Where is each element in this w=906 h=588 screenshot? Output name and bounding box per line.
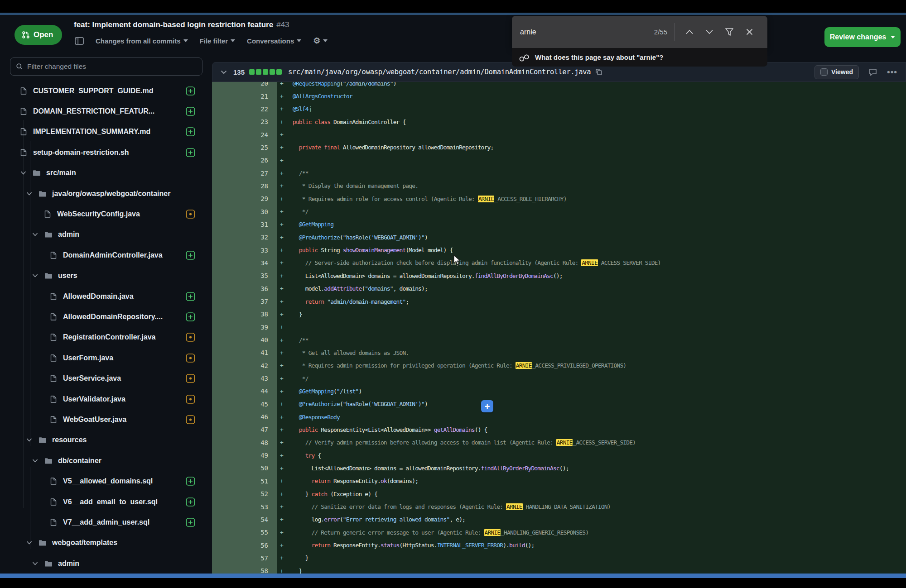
line-number[interactable]: 33 (212, 247, 277, 254)
code-text: model.addAttribute("domains", domains); (289, 285, 428, 292)
tree-folder-admin[interactable]: admin (0, 225, 212, 245)
chevron-down-icon[interactable] (26, 191, 32, 196)
tree-item-label: admin (58, 230, 79, 239)
tree-folder-resources[interactable]: resources (0, 430, 212, 450)
tree-folder-admin[interactable]: admin (0, 553, 212, 574)
tree-file-registrationcontroller-java[interactable]: RegistrationController.java (0, 327, 212, 348)
line-number[interactable]: 30 (212, 208, 277, 215)
find-query-input[interactable]: arnie (520, 28, 654, 36)
diff-settings-gear[interactable]: ⚙ (313, 36, 328, 46)
addition-marker: + (277, 491, 289, 497)
line-number[interactable]: 44 (212, 387, 277, 395)
viewed-checkbox[interactable] (820, 68, 828, 76)
line-number[interactable]: 54 (212, 516, 277, 523)
line-number[interactable]: 45 (212, 401, 277, 408)
line-number[interactable]: 35 (212, 272, 277, 279)
tree-folder-webgoat-templates[interactable]: webgoat/templates (0, 533, 212, 553)
commits-range-dropdown[interactable]: Changes from all commits (96, 37, 188, 45)
line-number[interactable]: 25 (212, 144, 277, 151)
tree-folder-db-container[interactable]: db/container (0, 450, 212, 471)
tree-file-uservalidator-java[interactable]: UserValidator.java (0, 389, 212, 409)
tree-folder-users[interactable]: users (0, 266, 212, 286)
line-number[interactable]: 57 (212, 555, 277, 562)
line-number[interactable]: 23 (212, 118, 277, 125)
line-number[interactable]: 36 (212, 285, 277, 292)
line-number[interactable]: 24 (212, 131, 277, 139)
line-number[interactable]: 29 (212, 195, 277, 202)
line-number[interactable]: 32 (212, 234, 277, 241)
line-number[interactable]: 52 (212, 490, 277, 497)
line-number[interactable]: 53 (212, 503, 277, 511)
tree-file-customer-support-guide-md[interactable]: CUSTOMER_SUPPORT_GUIDE.md (0, 81, 212, 101)
line-number[interactable]: 51 (212, 478, 277, 485)
chevron-down-icon[interactable] (32, 459, 38, 463)
line-number[interactable]: 43 (212, 375, 277, 382)
code-text: List<AllowedDomain> domains = allowedDom… (289, 465, 569, 472)
collapse-file-chevron-icon[interactable] (221, 70, 227, 74)
review-changes-button[interactable]: Review changes (824, 27, 901, 47)
line-number[interactable]: 28 (212, 182, 277, 190)
line-number[interactable]: 39 (212, 324, 277, 331)
line-number[interactable]: 20 (212, 82, 277, 87)
line-number[interactable]: 50 (212, 464, 277, 472)
tree-file-alloweddomainrepository-[interactable]: AllowedDomainRepository.... (0, 306, 212, 327)
line-number[interactable]: 40 (212, 336, 277, 344)
chevron-down-icon[interactable] (20, 171, 26, 175)
addition-marker: + (277, 349, 289, 356)
file-filter-input[interactable]: Filter changed files (10, 57, 202, 76)
find-next-button[interactable] (699, 29, 719, 34)
tree-file-webgoatuser-java[interactable]: WebGoatUser.java (0, 409, 212, 430)
file-filter-dropdown[interactable]: File filter (200, 37, 236, 45)
tree-item-label: AllowedDomain.java (63, 292, 134, 301)
viewed-toggle[interactable]: Viewed (814, 65, 859, 79)
tree-file-v7-add-admin-user-sql[interactable]: V7__add_admin_user.sql (0, 512, 212, 532)
divider (675, 23, 675, 41)
copy-path-icon[interactable] (595, 68, 602, 76)
line-number[interactable]: 55 (212, 529, 277, 536)
line-number[interactable]: 47 (212, 426, 277, 433)
line-number[interactable]: 49 (212, 452, 277, 459)
chevron-down-icon[interactable] (32, 233, 38, 237)
tree-folder-java-org-owasp-webgoat-container[interactable]: java/org/owasp/webgoat/container (0, 183, 212, 204)
tree-file-setup-domain-restriction-sh[interactable]: setup-domain-restriction.sh (0, 142, 212, 163)
sidebar-toggle-icon[interactable] (75, 37, 84, 45)
chevron-down-icon[interactable] (26, 438, 32, 442)
chevron-down-icon[interactable] (32, 274, 38, 278)
tree-file-websecurityconfig-java[interactable]: WebSecurityConfig.java (0, 204, 212, 224)
tree-file-implementation-summary-md[interactable]: IMPLEMENTATION_SUMMARY.md (0, 122, 212, 142)
tree-folder-src-main[interactable]: src/main (0, 163, 212, 183)
tree-file-domainadmincontroller-java[interactable]: DomainAdminController.java (0, 245, 212, 265)
tree-file-v5-allowed-domains-sql[interactable]: V5__allowed_domains.sql (0, 471, 212, 492)
find-close-button[interactable] (739, 29, 759, 35)
line-number[interactable]: 31 (212, 221, 277, 228)
tree-file-userform-java[interactable]: UserForm.java (0, 348, 212, 368)
line-number[interactable]: 27 (212, 170, 277, 177)
tree-file-v6-add-email-to-user-sql[interactable]: V6__add_email_to_user.sql (0, 492, 212, 512)
line-number[interactable]: 21 (212, 93, 277, 100)
line-number[interactable]: 41 (212, 349, 277, 356)
line-number[interactable]: 58 (212, 567, 277, 574)
line-number[interactable]: 56 (212, 542, 277, 549)
chevron-down-icon[interactable] (26, 541, 32, 545)
ask-page-suggestion[interactable]: What does this page say about "arnie"? (512, 48, 767, 67)
line-number[interactable]: 22 (212, 105, 277, 113)
line-number[interactable]: 37 (212, 298, 277, 305)
line-number[interactable]: 42 (212, 362, 277, 369)
line-number[interactable]: 38 (212, 311, 277, 318)
line-number[interactable]: 48 (212, 439, 277, 446)
line-number[interactable]: 46 (212, 413, 277, 421)
add-comment-button[interactable]: + (481, 400, 493, 412)
comment-icon[interactable] (869, 68, 877, 76)
tree-file-alloweddomain-java[interactable]: AllowedDomain.java (0, 286, 212, 306)
ask-suggestion-text: What does this page say about "arnie"? (535, 53, 663, 61)
find-previous-button[interactable] (680, 29, 699, 34)
find-filter-icon[interactable] (719, 28, 739, 36)
conversations-dropdown[interactable]: Conversations (247, 37, 301, 45)
line-number[interactable]: 26 (212, 157, 277, 164)
file-options-kebab[interactable]: ••• (887, 67, 897, 77)
tree-file-userservice-java[interactable]: UserService.java (0, 368, 212, 389)
chevron-down-icon[interactable] (32, 561, 38, 565)
line-number[interactable]: 34 (212, 259, 277, 267)
tree-file-domain-restriction-featur-[interactable]: DOMAIN_RESTRICTION_FEATUR... (0, 101, 212, 121)
file-icon (50, 395, 57, 403)
